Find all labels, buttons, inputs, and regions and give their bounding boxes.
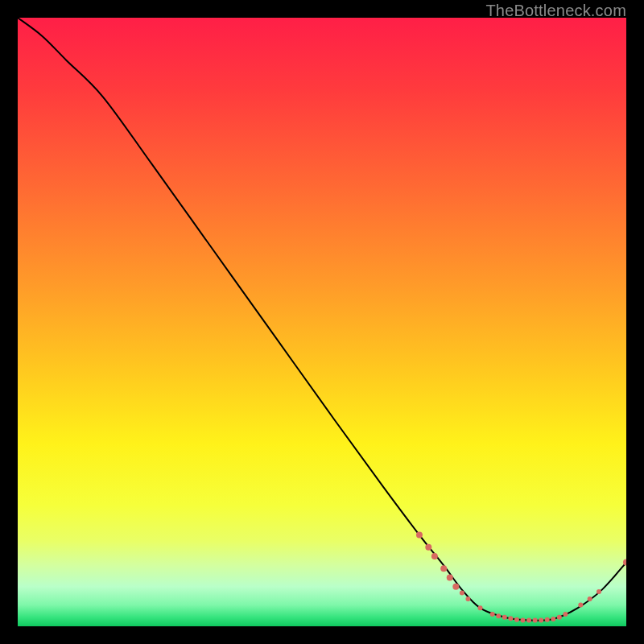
gradient-background	[18, 18, 626, 626]
data-point	[539, 617, 543, 622]
data-point	[465, 597, 470, 601]
data-point	[490, 612, 495, 617]
data-point	[551, 617, 555, 621]
data-point	[557, 615, 562, 620]
data-point	[545, 617, 550, 622]
data-point	[514, 617, 519, 622]
data-point	[431, 553, 438, 559]
data-point	[447, 575, 453, 581]
data-point	[563, 612, 568, 617]
data-point	[520, 617, 525, 622]
data-point	[502, 615, 507, 620]
data-point	[460, 590, 464, 595]
data-point	[597, 589, 601, 594]
data-point	[416, 532, 423, 539]
data-point	[526, 617, 531, 622]
data-point	[440, 565, 447, 572]
data-point	[425, 544, 431, 551]
data-point	[508, 616, 513, 621]
data-point	[496, 613, 501, 618]
data-point	[478, 605, 483, 610]
data-point	[588, 597, 592, 601]
data-point	[578, 603, 583, 608]
chart-stage: TheBottleneck.com	[0, 0, 644, 644]
bottleneck-chart	[18, 18, 626, 626]
data-point	[452, 584, 459, 590]
data-point	[533, 617, 538, 622]
